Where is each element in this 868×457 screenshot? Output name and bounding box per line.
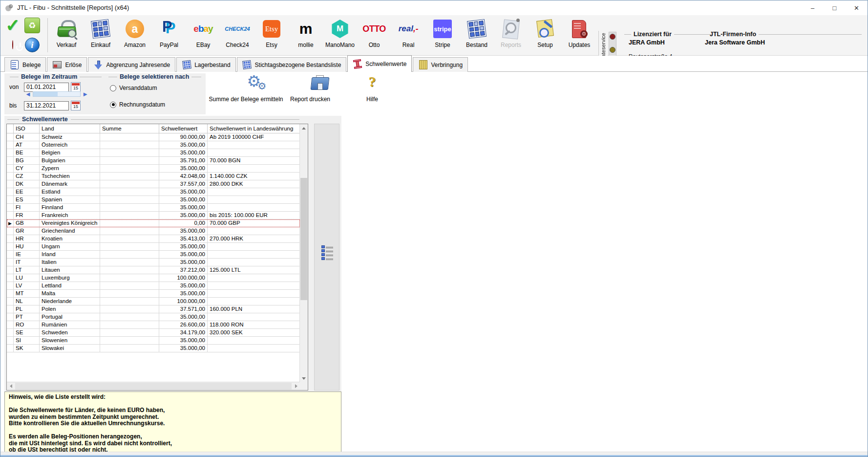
table-row-ee[interactable]: EEEstland35.000,00: [7, 188, 300, 196]
vertical-scroll-thumb[interactable]: [300, 178, 307, 300]
column-header[interactable]: ISO: [14, 124, 40, 133]
toolbar-button-stripe[interactable]: stripeStripe: [425, 16, 460, 54]
table-row-si[interactable]: SISlowenien35.000,00: [7, 337, 300, 345]
info-button[interactable]: i: [23, 36, 42, 54]
check-button[interactable]: ✓: [3, 16, 22, 35]
vertical-scrollbar[interactable]: [299, 124, 308, 382]
ebay-icon: ebay: [193, 16, 212, 42]
cell-schwellenwert in landeswährung: 1.140.000 CZK: [208, 173, 300, 180]
table-row-at[interactable]: ATÖsterreich35.000,00: [7, 141, 300, 149]
toolbar-button-etsy[interactable]: EtsyEtsy: [254, 16, 289, 54]
scroll-left-button[interactable]: [7, 382, 15, 390]
table-row-nl[interactable]: NLNiederlande100.000,00: [7, 298, 300, 305]
horizontal-scrollbar[interactable]: [7, 382, 300, 390]
column-header[interactable]: Land: [40, 124, 100, 133]
toolbar-button-ebay[interactable]: ebayEBay: [186, 16, 220, 54]
recycle-bin-button[interactable]: ♻: [23, 16, 42, 35]
column-header[interactable]: Schwellenwert: [159, 124, 208, 133]
table-row-mt[interactable]: MTMalta35.000,00: [7, 290, 300, 298]
cell-iso: EE: [14, 188, 40, 196]
action-button-summe-der-belege-ermitteln[interactable]: ⚙⚙Summe der Belege ermitteln: [211, 74, 281, 103]
table-row-pt[interactable]: PTPortugal35.000,00: [7, 313, 300, 321]
slider-track[interactable]: [33, 91, 81, 97]
von-calendar-button[interactable]: 15: [71, 82, 81, 92]
tab-stichtagsbezogene-bestandsliste[interactable]: Stichtagsbezogene Bestandsliste: [237, 57, 347, 72]
table-row-gb[interactable]: ▶GBVereinigtes Königreich0,0070.000 GBP: [7, 219, 300, 227]
real-icon: real,-: [399, 16, 419, 42]
table-row-fi[interactable]: FIFinnland35.000,00: [7, 204, 300, 212]
table-row-lu[interactable]: LULuxemburg100.000,00: [7, 274, 300, 282]
toolbar-button-label: EBay: [196, 42, 211, 48]
table-row-lt[interactable]: LTLitauen37.212,00125.000 LTL: [7, 266, 300, 274]
table-row-hu[interactable]: HUUngarn35.000,00: [7, 243, 300, 251]
table-row-cy[interactable]: CYZypern35.000,00: [7, 165, 300, 173]
toolbar-button-setup[interactable]: Setup: [528, 16, 562, 54]
radio-rechnungsdatum[interactable]: Rechnungsdatum: [110, 100, 165, 109]
tab-belege[interactable]: Belege: [4, 57, 46, 72]
cell-land: Slowenien: [40, 337, 100, 345]
action-button-report-drucken[interactable]: Report drucken: [283, 74, 338, 103]
toolbar-button-otto[interactable]: OTTOOtto: [357, 16, 391, 54]
von-label: von: [9, 84, 24, 90]
table-row-pl[interactable]: PLPolen37.571,00160.000 PLN: [7, 305, 300, 313]
toolbar-button-einkauf[interactable]: Einkauf: [84, 16, 118, 54]
table-row-ch[interactable]: CHSchweiz90.000,00Ab 2019 100000 CHF: [7, 133, 300, 141]
table-row-cz[interactable]: CZTschechien42.048,001.140.000 CZK: [7, 173, 300, 180]
table-row-bg[interactable]: BGBulgarien35.791,0070.000 BGN: [7, 157, 300, 165]
table-row-lv[interactable]: LVLettland35.000,00: [7, 282, 300, 290]
tab-abgrenzung-jahresende[interactable]: Abgrenzung Jahresende: [88, 57, 175, 72]
bis-calendar-button[interactable]: 15: [71, 101, 81, 110]
toolbar-button-check24[interactable]: CHECK24Check24: [220, 16, 254, 54]
toolbar-button-label: ManoMano: [325, 42, 355, 48]
tab-verbringung[interactable]: Verbringung: [413, 57, 468, 72]
cell-schwellenwert in landeswährung: 118.000 RON: [208, 321, 300, 329]
cell-summe: [100, 173, 159, 180]
tab-erlöse[interactable]: Erlöse: [47, 57, 87, 72]
cell-schwellenwert: 35.000,00: [159, 337, 208, 345]
slider-right-arrow-icon[interactable]: ►: [82, 91, 88, 97]
table-row-sk[interactable]: SKSlowakei35.000,00: [7, 345, 300, 352]
table-row-ro[interactable]: RORumänien26.600,00118.000 RON: [7, 321, 300, 329]
cell-summe: [100, 321, 159, 329]
radio-versanddatum[interactable]: Versanddatum: [110, 83, 165, 93]
toolbar-button-manomano[interactable]: MManoMano: [323, 16, 357, 54]
minimize-button[interactable]: –: [802, 0, 824, 15]
scroll-up-button[interactable]: [300, 124, 308, 132]
maximize-button[interactable]: □: [824, 0, 846, 15]
power-button[interactable]: [3, 36, 22, 54]
column-header[interactable]: Schwellenwert in Landeswährung: [208, 124, 300, 133]
row-gutter-cell: [7, 149, 14, 157]
table-row-it[interactable]: ITItalien35.000,00: [7, 259, 300, 266]
table-row-es[interactable]: ESSpanien35.000,00: [7, 196, 300, 204]
table-row-ie[interactable]: IEIrland35.000,00: [7, 251, 300, 259]
table-row-dk[interactable]: DKDänemark37.557,00280.000 DKK: [7, 180, 300, 188]
row-gutter-cell: [7, 165, 14, 173]
scroll-down-button[interactable]: [300, 374, 308, 382]
toolbar-button-real[interactable]: real,-Real: [391, 16, 425, 54]
table-row-fr[interactable]: FRFrankreich35.000,00bis 2015: 100.000 E…: [7, 212, 300, 219]
table-row-se[interactable]: SESchweden34.179,00320.000 SEK: [7, 329, 300, 337]
horizontal-scroll-thumb[interactable]: [15, 383, 292, 390]
zeitraum-title: Belege im Zeitraum: [7, 73, 104, 80]
toolbar-button-mollie[interactable]: mmollie: [289, 16, 323, 54]
toolbar-button-updates[interactable]: ⚙Updates: [562, 16, 596, 54]
column-header[interactable]: Summe: [100, 124, 159, 133]
toolbar-button-paypal[interactable]: PPPayPal: [152, 16, 186, 54]
cell-land: Italien: [40, 259, 100, 266]
tab-schwellenwerte[interactable]: Schwellenwerte: [347, 55, 412, 72]
toolbar-button-verkauf[interactable]: Verkauf: [49, 16, 84, 54]
cell-iso: PT: [14, 313, 40, 321]
table-row-gr[interactable]: GRGriechenland35.000,00: [7, 227, 300, 235]
scroll-right-button[interactable]: [292, 382, 300, 390]
bis-date-input[interactable]: [24, 101, 69, 110]
table-row-be[interactable]: BEBelgien35.000,00: [7, 149, 300, 157]
close-button[interactable]: ✕: [846, 0, 868, 15]
toolbar-button-bestand[interactable]: Bestand: [460, 16, 494, 54]
row-list-icon[interactable]: [321, 244, 333, 261]
toolbar-button-amazon[interactable]: aAmazon: [118, 16, 152, 54]
slider-left-arrow-icon[interactable]: ◄: [25, 91, 31, 97]
action-button-hilfe[interactable]: ?Hilfe: [358, 74, 387, 103]
tab-lagerbestand[interactable]: Lagerbestand: [176, 57, 235, 72]
date-range-slider[interactable]: ◄ ►: [25, 91, 88, 97]
table-row-hr[interactable]: HRKroatien35.413,00270.000 HRK: [7, 235, 300, 243]
